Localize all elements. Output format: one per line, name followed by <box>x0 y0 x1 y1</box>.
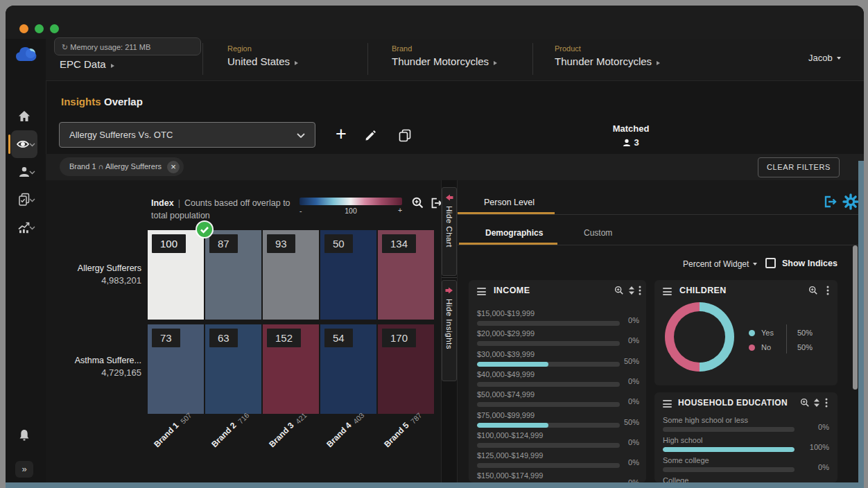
divider <box>458 245 858 245</box>
drag-handle-icon[interactable] <box>663 400 672 410</box>
income-row: $40,000-$49,999 0% <box>477 370 639 390</box>
app-logo-cloud-icon <box>14 46 37 64</box>
cell-value: 93 <box>267 234 295 253</box>
insights-eye-icon[interactable] <box>16 137 30 151</box>
cell-value: 73 <box>152 329 180 347</box>
scale-max-label: + <box>398 206 402 214</box>
heatmap-cell[interactable]: 87 <box>205 230 261 320</box>
chevron-down-icon <box>29 198 35 202</box>
drag-handle-icon[interactable] <box>663 288 672 297</box>
income-row: $50,000-$74,999 0% <box>477 390 639 410</box>
legend-label-yes: Yes <box>761 329 774 337</box>
sidebar-expand-button[interactable]: » <box>15 461 33 478</box>
export-insights-icon[interactable] <box>822 194 837 209</box>
filter-chip[interactable]: Brand 1 ∩ Allergy Sufferers × <box>60 157 184 176</box>
legend-value-yes: 50% <box>797 329 813 337</box>
arrow-right-icon <box>445 286 453 295</box>
caret-right-icon <box>295 61 298 65</box>
legend-divider <box>786 324 787 354</box>
income-row: $15,000-$19,999 0% <box>477 309 639 329</box>
app-edge-strip <box>6 482 864 488</box>
legend-dot-yes <box>749 330 755 336</box>
settings-gear-icon[interactable] <box>842 193 860 211</box>
heatmap-cell[interactable]: 152 <box>263 324 319 414</box>
cell-value: 63 <box>209 329 238 347</box>
page-title: Insights Overlap <box>61 96 143 108</box>
brand-selector[interactable]: Brand Thunder Motorcycles <box>392 44 497 68</box>
show-indices-checkbox[interactable] <box>765 258 776 268</box>
app-window: » ↻ Memory usage: 211 MB EPC Data Region… <box>6 6 864 488</box>
scale-mid-label: 100 <box>330 207 372 215</box>
person-icon <box>623 139 631 147</box>
sidebar: » <box>6 39 46 488</box>
kebab-menu-icon[interactable] <box>825 398 828 408</box>
display-mode-select[interactable]: Percent of Widget <box>683 259 757 269</box>
add-insight-button[interactable]: + <box>330 123 352 146</box>
scrollbar-thumb[interactable] <box>853 245 858 390</box>
hide-insights-tab[interactable]: Hide Insights <box>442 280 457 381</box>
product-selector[interactable]: Product Thunder Motorcycles <box>555 44 660 68</box>
divider <box>532 43 533 75</box>
widget-zoom-icon[interactable] <box>614 286 624 295</box>
chevron-down-icon <box>297 133 305 138</box>
heatmap-cell[interactable]: 170 <box>378 324 434 414</box>
kebab-menu-icon[interactable] <box>826 286 829 295</box>
heatmap-cell[interactable]: 93 <box>263 230 319 320</box>
window-close-button[interactable] <box>19 24 28 33</box>
scale-min-label: - <box>300 207 302 215</box>
window-titlebar <box>6 6 864 39</box>
arrow-left-icon <box>445 193 453 202</box>
legend-value-no: 50% <box>797 343 813 351</box>
income-row: $30,000-$39,999 50% <box>477 350 639 370</box>
insight-select[interactable]: Allergy Sufferers Vs. OTC <box>59 122 315 148</box>
subtab-demographics[interactable]: Demographics <box>485 226 543 238</box>
zoom-in-icon[interactable] <box>411 196 425 210</box>
window-zoom-button[interactable] <box>50 24 59 33</box>
home-icon[interactable] <box>17 110 31 123</box>
matched-status: Matched 3 <box>588 123 674 148</box>
edit-pencil-button[interactable] <box>365 129 377 141</box>
heatmap-cell[interactable]: 134 <box>378 230 434 320</box>
drag-handle-icon[interactable] <box>477 288 486 297</box>
heatmap-row-label: Allergy Sufferers 4,983,201 <box>54 263 141 286</box>
selected-check-badge <box>197 222 212 237</box>
copy-button[interactable] <box>398 128 412 142</box>
region-selector[interactable]: Region United States <box>227 44 298 68</box>
cell-value: 100 <box>152 234 186 253</box>
chevron-down-icon <box>29 171 35 175</box>
cell-value: 87 <box>209 234 238 253</box>
heatmap-cell[interactable]: 100 <box>148 230 204 320</box>
dataset-selector[interactable]: EPC Data <box>60 58 114 71</box>
divider <box>367 43 368 75</box>
show-indices-label: Show Indices <box>782 259 837 268</box>
children-widget-title: CHILDREN <box>679 286 727 295</box>
heatmap-cell[interactable]: 54 <box>320 324 376 414</box>
divider <box>202 43 203 75</box>
window-minimize-button[interactable] <box>35 24 44 33</box>
heatmap-cell[interactable]: 63 <box>205 324 261 414</box>
tab-person-level[interactable]: Person Level <box>484 195 535 208</box>
caret-right-icon <box>657 61 660 65</box>
heatmap-cell[interactable]: 50 <box>320 230 376 320</box>
sort-icon[interactable] <box>814 399 819 407</box>
kebab-menu-icon[interactable] <box>639 286 641 295</box>
hide-chart-tab[interactable]: Hide Chart <box>442 187 457 276</box>
income-row: $100,000-$124,999 0% <box>477 431 639 451</box>
remove-filter-icon[interactable]: × <box>167 161 180 173</box>
clear-filters-button[interactable]: CLEAR FILTERS <box>758 157 840 177</box>
widget-zoom-icon[interactable] <box>800 398 810 408</box>
heatmap-cell[interactable]: 73 <box>148 324 204 414</box>
sidebar-active-indicator <box>8 134 10 154</box>
cell-value: 134 <box>382 234 416 253</box>
widget-zoom-icon[interactable] <box>808 286 818 295</box>
user-menu[interactable]: Jacob <box>808 53 841 63</box>
caret-right-icon <box>494 61 497 65</box>
chart-metric-caption: Index|Counts based off overlap to total … <box>151 197 298 222</box>
app-edge-strip <box>858 161 864 488</box>
divider <box>442 277 457 278</box>
notifications-bell-icon[interactable] <box>17 428 31 442</box>
chevron-down-icon <box>29 226 35 230</box>
sort-icon[interactable] <box>629 286 634 295</box>
subtab-custom[interactable]: Custom <box>584 226 612 238</box>
income-row: $125,000-$149,999 0% <box>477 451 639 471</box>
